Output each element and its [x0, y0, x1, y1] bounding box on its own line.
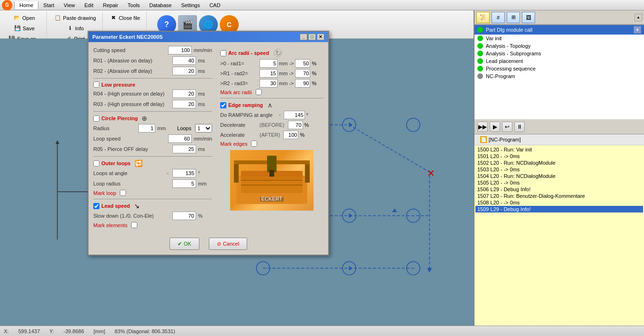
radius-input[interactable] [138, 124, 155, 133]
edge-ramping-checkbox[interactable] [220, 102, 226, 108]
menu-start[interactable]: Start [38, 1, 59, 9]
rad2-input[interactable] [259, 69, 277, 78]
rad1-pct-input[interactable] [295, 59, 310, 68]
dialog-columns: Cutting speed mm/min R01 - (Abrasive on … [93, 46, 323, 230]
loop-radius-row: Loop radius mm [93, 179, 212, 188]
open-button[interactable]: 📂 Open [10, 13, 38, 23]
mark-loop-checkbox[interactable] [120, 190, 126, 196]
rad3-pct-input[interactable] [295, 79, 310, 88]
process-dot-3 [477, 51, 483, 56]
log-item-2[interactable]: 1502 L20 - Run: NCDialogModule [475, 159, 643, 166]
ramp-icon: ∧ [268, 101, 272, 109]
mark-elements-link[interactable]: Mark elements [93, 222, 127, 228]
do-ramping-input[interactable] [284, 111, 305, 119]
menu-edit[interactable]: Edit [80, 1, 98, 9]
grid-icon[interactable]: # [492, 12, 505, 23]
log-item-6[interactable]: 1506 L29 - Debug Info! [475, 186, 643, 193]
log-item-7[interactable]: 1507 L20 - Run: Benutzer-Dialog-Kommenta… [475, 193, 643, 199]
info-button[interactable]: ℹ Info [63, 23, 87, 34]
save-button[interactable]: 💾 Save [10, 23, 38, 34]
dialog-maximize-btn[interactable]: □ [308, 34, 316, 40]
loop-radius-input[interactable] [172, 179, 196, 188]
accelerate-input[interactable] [283, 131, 298, 139]
mark-arc-link[interactable]: Mark arc radii [220, 89, 252, 95]
log-item-8[interactable]: 1508 L20 - -> 0ms [475, 199, 643, 206]
return-btn[interactable]: ↩ [502, 122, 512, 132]
r04-input[interactable] [172, 89, 196, 98]
dialog-title-bar: Parameter Eckert NEC2000S _ □ ✕ [89, 32, 328, 42]
menu-cad[interactable]: CAD [205, 1, 225, 9]
image-icon[interactable]: 🖼 [522, 12, 535, 23]
menu-home[interactable]: Home [14, 1, 38, 9]
loops-at-angle-input[interactable] [172, 169, 196, 177]
scroll-icon[interactable]: 📜 [476, 12, 490, 23]
rad1-input[interactable] [259, 59, 277, 68]
paste-drawing-button[interactable]: 📋 Paste drawing [51, 13, 99, 23]
svg-rect-32 [267, 156, 277, 172]
rad2-pct-input[interactable] [295, 69, 310, 78]
circle-piercing-checkbox[interactable] [93, 115, 99, 122]
right-panel-scroll-up[interactable]: ▲ [635, 14, 642, 21]
menu-repair[interactable]: Repair [98, 1, 123, 9]
dialog-right-col: Arc radii - speed ↻ >0 - rad1= mm -> % >… [216, 46, 323, 230]
ok-button[interactable]: ✔ OK [170, 238, 199, 250]
menu-view[interactable]: View [59, 1, 80, 9]
nc-program-item[interactable]: 📄 [NC-Program] [477, 135, 641, 144]
process-item-3[interactable]: Analysis - Subprograms [474, 50, 644, 57]
cancel-button[interactable]: ⊘ Cancel [209, 238, 247, 250]
log-item-3[interactable]: 1503 L20 - -> 0ms [475, 166, 643, 173]
process-item-1[interactable]: Var init [474, 35, 644, 42]
process-list: Part Dlg module call ▼ Var init Analysis… [474, 25, 644, 119]
slow-down-label: Slow down (1./0. Con-Ele) [93, 213, 170, 219]
loops-at-angle-unit: ° [198, 170, 212, 176]
cutting-speed-input[interactable] [168, 46, 192, 54]
log-area[interactable]: 1500 L20 - Run: Var init 1501 L20 - -> 0… [474, 145, 644, 326]
mark-edges-checkbox[interactable] [251, 141, 257, 147]
table-icon[interactable]: ⊞ [507, 12, 520, 23]
r01-input[interactable] [172, 56, 196, 65]
log-item-1[interactable]: 1501 L20 - -> 0ms [475, 153, 643, 159]
play-btn[interactable]: ▶ [490, 122, 500, 132]
r03-input[interactable] [172, 100, 196, 108]
expand-icon-0[interactable]: ▼ [634, 26, 641, 34]
log-item-5[interactable]: 1505 L20 - -> 0ms [475, 179, 643, 186]
mark-arc-checkbox[interactable] [256, 89, 262, 95]
svg-marker-11 [349, 214, 352, 218]
arc-radii-checkbox[interactable] [220, 50, 226, 56]
edge-ramping-label: Edge ramping [228, 102, 263, 108]
nc-program-row[interactable]: 📄 [NC-Program] [474, 134, 644, 145]
process-item-0[interactable]: Part Dlg module call ▼ [474, 25, 644, 35]
log-item-0[interactable]: 1500 L20 - Run: Var init [475, 146, 643, 153]
fast-forward-btn[interactable]: ▶▶ [477, 122, 488, 132]
loop-radius-label: Loop radius [93, 181, 170, 186]
dialog-minimize-btn[interactable]: _ [300, 34, 307, 40]
menu-settings[interactable]: Settings [176, 1, 205, 9]
slow-down-input[interactable] [172, 212, 196, 220]
loop-speed-input[interactable] [168, 134, 192, 143]
log-item-9[interactable]: 1509 L29 - Debug Info! [475, 206, 643, 212]
pause-btn[interactable]: ⏸ [514, 122, 525, 132]
process-item-2[interactable]: Analysis - Topology [474, 42, 644, 50]
log-item-4[interactable]: 1504 L20 - Run: NCDialogModule [475, 173, 643, 179]
menu-database[interactable]: Database [144, 1, 176, 9]
mark-elements-checkbox[interactable] [131, 222, 137, 228]
close-file-button[interactable]: ✖ Close file [107, 13, 143, 23]
menu-bar: G Home Start View Edit Repair Tools Data… [0, 0, 644, 10]
dialog-close-btn[interactable]: ✕ [317, 34, 324, 40]
process-item-5[interactable]: Processing sequence [474, 65, 644, 72]
loops-select[interactable]: 123 [195, 124, 212, 133]
rad3-input[interactable] [259, 79, 277, 88]
menu-tools[interactable]: Tools [123, 1, 145, 9]
paste-icon: 📋 [54, 14, 62, 22]
dialog-body: Cutting speed mm/min R01 - (Abrasive on … [89, 42, 328, 234]
mark-edges-link[interactable]: Mark edges [220, 141, 247, 147]
low-pressure-checkbox[interactable] [93, 81, 99, 88]
lead-speed-checkbox[interactable] [93, 203, 99, 209]
process-item-4[interactable]: Lead placement [474, 57, 644, 65]
mark-loop-link[interactable]: Mark loop [93, 190, 116, 196]
decelerate-input[interactable] [288, 121, 303, 129]
outer-loops-checkbox[interactable] [93, 160, 99, 167]
process-item-6[interactable]: NC-Program [474, 72, 644, 80]
r05-input[interactable] [172, 145, 196, 153]
r02-input[interactable] [172, 67, 196, 75]
